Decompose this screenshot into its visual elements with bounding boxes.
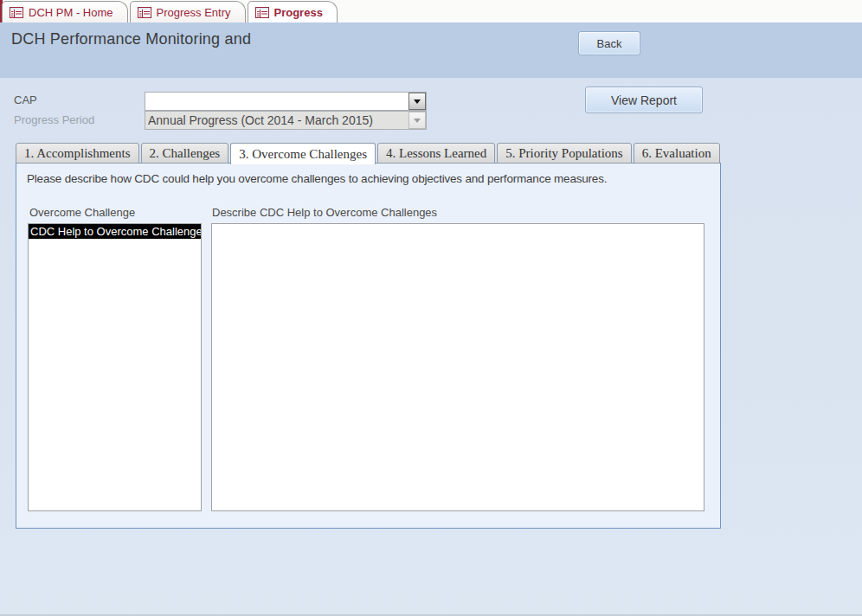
section-tab-strip: 1. Accomplishments 2. Challenges 3. Over…: [16, 143, 722, 164]
back-button[interactable]: Back: [578, 31, 640, 55]
progress-period-dropdown-button: [408, 112, 426, 129]
cap-combobox[interactable]: [145, 92, 427, 111]
form-icon: [138, 7, 151, 18]
describe-cdc-help-textarea[interactable]: [211, 223, 704, 511]
doc-tab-label: Progress Entry: [157, 6, 231, 19]
view-report-button[interactable]: View Report: [585, 87, 703, 113]
page-title: DCH Performance Monitoring and: [11, 30, 251, 48]
overcome-challenges-panel: Please describe how CDC could help you o…: [16, 163, 721, 529]
overcome-challenge-label: Overcome Challenge: [29, 206, 135, 219]
cap-combobox-dropdown-button[interactable]: [408, 93, 426, 110]
describe-cdc-help-label: Describe CDC Help to Overcome Challenges: [212, 206, 437, 219]
instruction-text: Please describe how CDC could help you o…: [27, 172, 607, 185]
doc-tab-dch-pm-home[interactable]: DCH PM - Home: [2, 1, 128, 22]
tab-accomplishments[interactable]: 1. Accomplishments: [16, 143, 139, 164]
tab-evaluation[interactable]: 6. Evaluation: [634, 143, 720, 164]
doc-tab-progress[interactable]: Progress: [248, 1, 338, 22]
doc-tab-label: DCH PM - Home: [29, 6, 113, 19]
overcome-challenge-listbox[interactable]: CDC Help to Overcome Challenges: [28, 223, 202, 511]
doc-tab-label: Progress: [274, 6, 323, 19]
list-item[interactable]: CDC Help to Overcome Challenges: [29, 224, 201, 239]
chevron-down-icon: [414, 119, 421, 123]
header-band: DCH Performance Monitoring and Back: [0, 22, 862, 78]
cap-label: CAP: [14, 93, 37, 106]
app-window: DCH PM - Home Progress Entry: [0, 0, 862, 616]
form-icon: [10, 7, 23, 18]
document-tab-bar: DCH PM - Home Progress Entry: [0, 0, 862, 22]
progress-period-combobox-value: Annual Progress (Oct 2014 - March 2015): [145, 112, 408, 129]
cap-combobox-value[interactable]: [145, 93, 408, 110]
tab-lessons-learned[interactable]: 4. Lessons Learned: [377, 143, 495, 164]
tab-priority-populations[interactable]: 5. Priority Populations: [497, 143, 631, 164]
chevron-down-icon: [414, 99, 421, 104]
doc-tab-progress-entry[interactable]: Progress Entry: [130, 1, 246, 22]
tab-overcome-challenges[interactable]: 3. Overcome Challenges: [230, 143, 376, 164]
progress-period-combobox: Annual Progress (Oct 2014 - March 2015): [145, 111, 427, 130]
form-icon: [255, 7, 269, 18]
progress-period-label: Progress Period: [14, 113, 94, 126]
tab-challenges[interactable]: 2. Challenges: [141, 143, 229, 164]
